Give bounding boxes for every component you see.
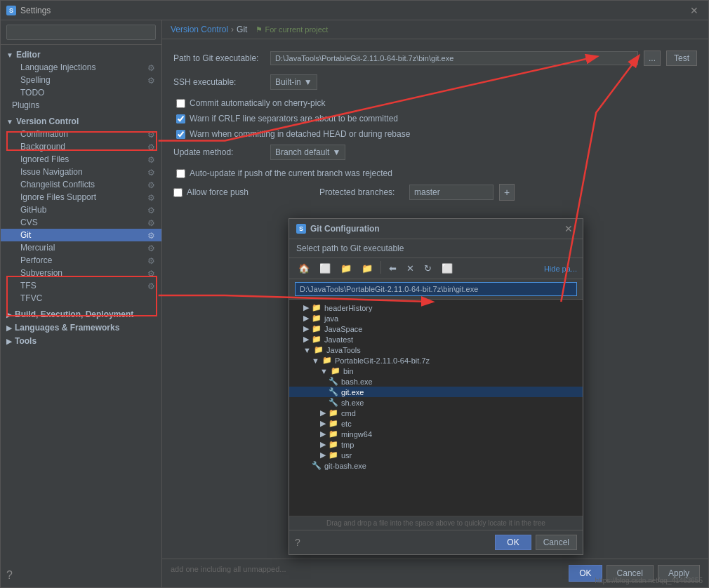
update-label: Update method: (173, 147, 265, 157)
dialog-path-input[interactable] (295, 282, 577, 296)
expand-arrow-tools: ▶ (6, 338, 12, 345)
cherry-pick-label: Commit automatically on cherry-pick (190, 98, 325, 108)
breadcrumb-vc[interactable]: Version Control (171, 25, 228, 34)
cherry-pick-row: Commit automatically on cherry-pick (173, 98, 697, 108)
sidebar-item-background[interactable]: Background ⚙ (1, 140, 161, 153)
close-button[interactable]: ✕ (686, 4, 703, 18)
sidebar-item-git[interactable]: Git ⚙ (1, 229, 161, 241)
toolbar-back-btn[interactable]: ⬅ (385, 261, 400, 276)
file-tree-item[interactable]: ▶ 📁 java (289, 313, 583, 323)
git-config-dialog[interactable]: S Git Configuration ✕ Select path to Git… (289, 218, 583, 555)
gear-icon-conf: ⚙ (147, 130, 156, 138)
sidebar-item-mercurial[interactable]: Mercurial ⚙ (1, 241, 161, 254)
file-tree-item[interactable]: ▶ 📁 JavaSpace (289, 323, 583, 334)
file-tree-item[interactable]: ▶ 📁 headerHistory (289, 302, 583, 313)
sidebar-item-plugins[interactable]: Plugins (1, 99, 161, 112)
crlf-checkbox[interactable] (176, 114, 185, 123)
item-label: headerHistory (324, 304, 372, 312)
settings-gear-icon2: ⚙ (147, 76, 156, 84)
sidebar-item-spelling[interactable]: Spelling ⚙ (1, 74, 161, 86)
file-tree-item[interactable]: 🔧 bash.exe (289, 376, 583, 387)
expand-arrow-lang: ▶ (6, 324, 12, 332)
sidebar-item-github[interactable]: GitHub ⚙ (1, 203, 161, 216)
hide-path-link[interactable]: Hide pa... (544, 265, 577, 273)
window-title: Settings (20, 6, 51, 15)
folder-icon: 📁 (329, 440, 338, 449)
folder-icon: 📁 (312, 303, 322, 312)
sidebar-item-todo[interactable]: TODO (1, 86, 161, 99)
path-input[interactable] (270, 51, 638, 65)
item-label: sh.exe (341, 399, 364, 407)
sidebar-item-ignored-files[interactable]: Ignored Files ⚙ (1, 153, 161, 166)
dialog-title-bar: S Git Configuration ✕ (289, 219, 583, 239)
auto-update-checkbox[interactable] (176, 169, 185, 178)
help-icon[interactable]: ? (6, 569, 13, 581)
file-tree-item[interactable]: ▶ 📁 Javatest (289, 334, 583, 345)
expand-icon: ▼ (312, 356, 319, 365)
sidebar-item-editor[interactable]: ▼ Editor (1, 48, 161, 61)
toolbar-folder-btn[interactable]: 📁 (337, 261, 355, 276)
sidebar-item-languages[interactable]: ▶ Languages & Frameworks (1, 321, 161, 334)
file-tree-item[interactable]: 🔧 sh.exe (289, 397, 583, 408)
watermark: https://blog.csdn.net/qq_41463655 (595, 577, 703, 584)
dialog-ok-button[interactable]: OK (495, 535, 531, 550)
sidebar-item-changelist[interactable]: Changelist Conflicts ⚙ (1, 178, 161, 191)
cherry-pick-checkbox[interactable] (176, 99, 185, 108)
sidebar-item-tfs[interactable]: TFS ⚙ (1, 279, 161, 292)
sidebar-item-ignore-support[interactable]: Ignore Files Support ⚙ (1, 191, 161, 203)
toolbar-home-btn[interactable]: 🏠 (295, 261, 313, 276)
file-tree-item[interactable]: 🔧 git-bash.exe (289, 460, 583, 471)
sidebar-item-build[interactable]: ▶ Build, Execution, Deployment (1, 307, 161, 321)
file-tree-item[interactable]: ▶ 📁 tmp (289, 439, 583, 450)
dropdown-arrow-icon: ▼ (304, 77, 312, 87)
dialog-help-icon[interactable]: ? (295, 537, 300, 548)
test-button[interactable]: Test (666, 51, 697, 66)
protected-label: Protected branches: (319, 187, 404, 197)
sidebar-item-tools[interactable]: ▶ Tools (1, 334, 161, 347)
protected-add-btn[interactable]: + (499, 184, 515, 201)
spelling-label: Spelling (20, 75, 51, 85)
file-tree-item[interactable]: ▶ 📁 mingw64 (289, 429, 583, 439)
sidebar-item-confirmation[interactable]: Confirmation ⚙ (1, 128, 161, 140)
file-tree-item[interactable]: ▼ 📁 PortableGit-2.11.0-64-bit.7z (289, 355, 583, 366)
file-tree-item-git[interactable]: 🔧 git.exe (289, 387, 583, 397)
dialog-close-button[interactable]: ✕ (562, 223, 576, 234)
folder-icon: 📁 (329, 408, 338, 417)
dialog-cancel-button[interactable]: Cancel (536, 535, 577, 550)
toolbar-view-btn[interactable]: ⬜ (438, 261, 456, 276)
cvs-label: CVS (20, 218, 38, 227)
file-tree-item[interactable]: ▶ 📁 cmd (289, 408, 583, 418)
sidebar-item-perforce[interactable]: Perforce ⚙ (1, 254, 161, 267)
version-control-label: Version Control (16, 116, 79, 126)
toolbar-refresh-btn[interactable]: ↻ (420, 261, 435, 276)
folder-icon: 📁 (329, 429, 338, 439)
sidebar-item-issue-nav[interactable]: Issue Navigation ⚙ (1, 166, 161, 178)
force-push-checkbox[interactable] (173, 188, 183, 197)
update-dropdown[interactable]: Branch default ▼ (270, 145, 345, 160)
sidebar-item-lang-injections[interactable]: Language Injections ⚙ (1, 61, 161, 74)
browse-button[interactable]: ... (644, 51, 661, 66)
file-tree-item[interactable]: ▶ 📁 etc (289, 418, 583, 429)
detached-checkbox[interactable] (176, 130, 185, 139)
toolbar-delete-btn[interactable]: ✕ (403, 261, 418, 276)
sidebar-item-version-control[interactable]: ▼ Version Control (1, 114, 161, 128)
protected-input[interactable] (409, 185, 493, 200)
gear-icon-cvs: ⚙ (147, 218, 156, 227)
path-input-row (289, 279, 583, 300)
sidebar-item-tfvc[interactable]: TFVC (1, 292, 161, 305)
file-tree-item[interactable]: ▼ 📁 JavaTools (289, 345, 583, 355)
item-label: git-bash.exe (324, 462, 366, 470)
sidebar-item-cvs[interactable]: CVS ⚙ (1, 216, 161, 229)
file-icon: 🔧 (329, 398, 338, 407)
file-tree-item[interactable]: ▼ 📁 bin (289, 366, 583, 376)
file-tree-item[interactable]: ▶ 📁 usr (289, 450, 583, 460)
search-input[interactable] (6, 25, 156, 40)
toolbar-folder2-btn[interactable]: 📁 (358, 261, 376, 276)
expand-icon: ▼ (303, 346, 311, 354)
bottom-hint: add one including all unmapped... (171, 565, 286, 582)
ssh-dropdown[interactable]: Built-in ▼ (270, 74, 317, 90)
folder-icon: 📁 (329, 419, 338, 428)
toolbar-new-btn[interactable]: ⬜ (316, 261, 334, 276)
sidebar-item-subversion[interactable]: Subversion ⚙ (1, 267, 161, 279)
drag-hint: Drag and drop a file into the space abov… (289, 516, 583, 530)
